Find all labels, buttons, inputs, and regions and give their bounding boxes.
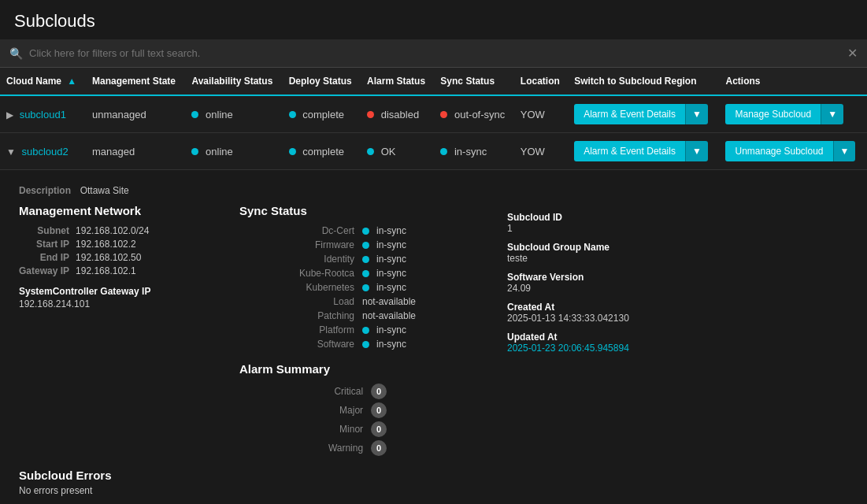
expand-button-subcloud2[interactable]: ▼ (6, 146, 19, 158)
manage-subcloud-button-subcloud1[interactable]: Manage Subcloud (725, 104, 821, 124)
expand-button-subcloud1[interactable]: ▶ (6, 109, 17, 120)
main-table-wrapper: Cloud Name ▲ Management State Availabili… (0, 68, 867, 504)
subcloud2-expand-cell: ▼ subcloud2 (0, 133, 86, 170)
sync-status-section: Sync Status Dc-Certin-syncFirmwarein-syn… (239, 204, 491, 456)
subcloud2-availability: online (185, 133, 282, 170)
sync-item-value: in-sync (362, 254, 476, 265)
subcloud1-mgmt-state: unmanaged (86, 95, 185, 133)
created-at-label: Created At (507, 302, 848, 313)
subcloud-info-section: Subcloud ID 1 Subcloud Group Name teste … (491, 204, 848, 456)
alarm-event-details-button-subcloud2[interactable]: Alarm & Event Details (574, 141, 685, 161)
sync-item-label: Kubernetes (239, 282, 354, 293)
alarm-summary-section: Alarm Summary Critical0Major0Minor0Warni… (239, 362, 476, 456)
availability-dot-subcloud2 (191, 148, 198, 155)
alarm-dot-subcloud2 (367, 148, 374, 155)
col-deploy-status: Deploy Status (283, 68, 361, 95)
col-cloud-name[interactable]: Cloud Name ▲ (0, 68, 86, 95)
alarm-event-details-arrow-subcloud2[interactable]: ▼ (685, 141, 708, 161)
sync-dot (362, 242, 369, 249)
subcloud2-mgmt-state: managed (86, 133, 185, 170)
end-ip-label: End IP (19, 252, 69, 263)
clear-icon[interactable]: ✕ (847, 46, 858, 61)
availability-dot-subcloud1 (191, 111, 198, 118)
software-version-label: Software Version (507, 272, 848, 283)
subcloud2-actions: Unmanage Subcloud ▼ (719, 133, 867, 170)
unmanage-subcloud-arrow-subcloud2[interactable]: ▼ (833, 141, 856, 161)
manage-subcloud-arrow-subcloud1[interactable]: ▼ (821, 104, 843, 124)
subcloud2-location: YOW (514, 133, 568, 170)
col-alarm-status: Alarm Status (361, 68, 434, 95)
subcloud1-availability: online (185, 95, 282, 133)
subcloud2-sync: in-sync (434, 133, 513, 170)
sync-item-label: Firmware (239, 239, 354, 250)
search-icon: 🔍 (9, 47, 23, 60)
subcloud1-alarm: disabled (361, 95, 434, 133)
col-sync-status: Sync Status (434, 68, 513, 95)
management-network-title: Management Network (19, 204, 224, 217)
subclouds-table: Cloud Name ▲ Management State Availabili… (0, 68, 867, 504)
subcloud-id-label: Subcloud ID (507, 212, 848, 223)
subcloud1-name[interactable]: subcloud1 (20, 109, 66, 120)
sync-item-label: Load (239, 296, 354, 307)
sync-item-label: Kube-Rootca (239, 268, 354, 279)
sync-item-value: not-available (362, 310, 476, 321)
subcloud1-sync: out-of-sync (434, 95, 513, 133)
alarm-dot-subcloud1 (367, 111, 374, 118)
updated-at-value: 2025-01-23 20:06:45.945894 (507, 343, 848, 354)
subcloud1-actions: Manage Subcloud ▼ (719, 95, 867, 133)
alarm-event-details-arrow-subcloud1[interactable]: ▼ (685, 104, 708, 124)
search-bar: 🔍 ✕ (0, 39, 867, 68)
sync-item-value: in-sync (362, 268, 476, 279)
sync-dot (362, 256, 369, 263)
subcloud-errors-section: Subcloud Errors No errors present (19, 469, 848, 496)
sync-dot (362, 228, 369, 235)
alarm-item-label: Warning (239, 443, 363, 454)
subcloud-group-value: teste (507, 253, 848, 264)
subcloud-id-value: 1 (507, 223, 848, 234)
col-actions: Actions (719, 68, 867, 95)
table-row: ▼ subcloud2 managed online complete OK (0, 133, 867, 170)
detail-cell-subcloud2: Description Ottawa Site Management Netwo… (0, 170, 867, 505)
sync-dot-subcloud2 (440, 148, 447, 155)
alarm-item-label: Minor (239, 424, 363, 435)
col-switch-region: Switch to Subcloud Region (568, 68, 719, 95)
sync-item-label: Identity (239, 254, 354, 265)
end-ip-value: 192.168.102.50 (76, 252, 224, 263)
description-label: Description (19, 185, 71, 196)
start-ip-label: Start IP (19, 239, 69, 250)
sync-item-label: Platform (239, 324, 354, 335)
subcloud-errors-title: Subcloud Errors (19, 469, 848, 482)
management-network-section: Management Network Subnet 192.168.102.0/… (19, 204, 239, 456)
alarm-summary-title: Alarm Summary (239, 362, 476, 376)
subcloud1-location: YOW (514, 95, 568, 133)
subcloud1-expand-cell: ▶ subcloud1 (0, 95, 86, 133)
sync-item-label: Patching (239, 310, 354, 321)
sync-dot (362, 284, 369, 291)
description-value: Ottawa Site (80, 185, 129, 196)
sync-dot (362, 270, 369, 277)
sync-item-label: Dc-Cert (239, 225, 354, 236)
software-version-value: 24.09 (507, 283, 848, 294)
sync-dot-subcloud1 (440, 111, 447, 118)
search-input[interactable] (29, 47, 841, 59)
sync-item-value: in-sync (362, 324, 476, 335)
col-availability-status: Availability Status (185, 68, 282, 95)
subcloud2-name[interactable]: subcloud2 (22, 146, 69, 158)
col-location: Location (514, 68, 568, 95)
alarm-item-label: Major (239, 405, 363, 416)
subnet-label: Subnet (19, 225, 69, 236)
subcloud-group-label: Subcloud Group Name (507, 242, 848, 253)
sync-item-value: in-sync (362, 339, 476, 350)
alarm-event-details-button-subcloud1[interactable]: Alarm & Event Details (574, 104, 685, 124)
detail-row-subcloud2: Description Ottawa Site Management Netwo… (0, 170, 867, 505)
gateway-ip-value: 192.168.102.1 (76, 265, 224, 276)
sysctrl-label: SystemController Gateway IP (19, 286, 224, 297)
sync-item-value: in-sync (362, 225, 476, 236)
sync-item-label: Software (239, 339, 354, 350)
sync-dot (362, 341, 369, 348)
subcloud2-alarm: OK (361, 133, 434, 170)
unmanage-subcloud-button-subcloud2[interactable]: Unmanage Subcloud (725, 141, 832, 161)
alarm-item-badge: 0 (371, 440, 387, 456)
sync-item-value: in-sync (362, 239, 476, 250)
alarm-item-label: Critical (239, 386, 363, 397)
